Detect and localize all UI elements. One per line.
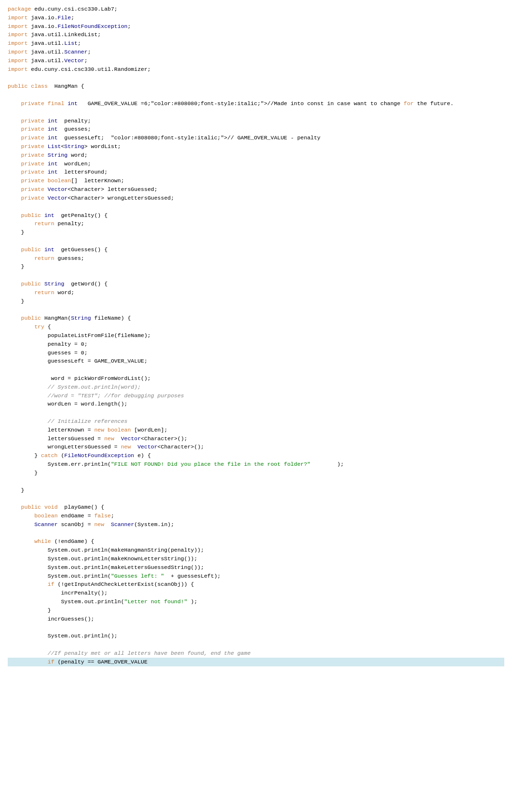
code-line [8,623,504,632]
code-line [8,529,504,538]
code-line: // Initialize references [8,417,504,426]
code-line [8,640,504,649]
code-line: boolean endGame = false; [8,512,504,520]
code-line: System.err.println("FILE NOT FOUND! Did … [8,460,504,469]
code-line: import java.util.Vector; [8,56,504,65]
code-line: wordLen = word.length(); [8,400,504,408]
code-line: import java.util.Scanner; [8,48,504,56]
code-line: word = pickWordFromWordList(); [8,374,504,383]
code-line [8,494,504,503]
code-line: } [8,228,504,237]
code-line: letterKnown = new boolean [wordLen]; [8,426,504,434]
code-line: return guesses; [8,254,504,263]
code-line: public int getGuesses() { [8,245,504,254]
code-editor: package edu.cuny.csi.csc330.Lab7;import … [0,0,512,812]
code-line: System.out.println(); [8,632,504,640]
code-line [8,477,504,486]
code-line [8,237,504,245]
code-line: private int penalty; [8,117,504,125]
code-line: private int guessesLeft; "color:#808080;… [8,134,504,142]
code-line: private List<String> wordList; [8,142,504,151]
code-line: public int getPenalty() { [8,211,504,220]
code-line: private boolean[] letterKnown; [8,176,504,185]
code-line: private Vector<Character> lettersGuessed… [8,185,504,194]
code-line: private int lettersFound; [8,168,504,176]
code-line: System.out.println("Letter not found!" )… [8,597,504,606]
code-line: penalty = 0; [8,340,504,349]
code-line: guesses = 0; [8,349,504,357]
code-line: private final int GAME_OVER_VALUE =6;"co… [8,99,504,108]
code-line: while (!endGame) { [8,537,504,546]
code-line [8,74,504,82]
code-line [8,408,504,417]
code-line: return word; [8,288,504,297]
code-line: } [8,262,504,271]
code-line: package edu.cuny.csi.csc330.Lab7; [8,5,504,14]
code-line: return penalty; [8,219,504,228]
code-line: public HangMan(String fileName) { [8,314,504,323]
code-line [8,305,504,314]
code-line: public class HangMan { [8,82,504,91]
code-line: // System.out.println(word); [8,383,504,392]
code-content[interactable]: package edu.cuny.csi.csc330.Lab7;import … [8,5,504,666]
code-line: System.out.println(makeKnownLettersStrin… [8,555,504,563]
code-line: private Vector<Character> wrongLettersGu… [8,194,504,203]
code-line: wrongLettersGuessed = new Vector<Charact… [8,443,504,451]
code-line [8,365,504,374]
code-line [8,203,504,211]
code-line: private int guesses; [8,125,504,134]
code-line: } [8,486,504,495]
code-line: incrGuesses(); [8,615,504,623]
code-line: import java.util.LinkedList; [8,30,504,39]
code-line: populateListFromFile(fileName); [8,331,504,340]
code-line: if (penalty == GAME_OVER_VALUE [8,658,504,666]
code-line [8,271,504,280]
code-line: Scanner scanObj = new Scanner(System.in)… [8,520,504,529]
code-line: } [8,469,504,477]
code-line: System.out.println(makeLettersGuessedStr… [8,563,504,572]
code-line: private int wordLen; [8,160,504,168]
code-line: import java.io.File; [8,14,504,22]
code-line: incrPenalty(); [8,589,504,597]
code-line: try { [8,323,504,331]
code-line: import java.util.List; [8,39,504,48]
code-line: import edu.cuny.csi.csc330.util.Randomiz… [8,65,504,74]
code-line: import java.io.FileNotFoundException; [8,22,504,31]
code-line: lettersGuessed = new Vector<Character>()… [8,434,504,443]
code-line [8,108,504,117]
code-line: //word = "TEST"; //for debugging purpose… [8,392,504,400]
code-line: } catch (FileNotFoundException e) { [8,451,504,460]
code-line: public String getWord() { [8,280,504,288]
code-line: System.out.println("Guesses left: " + gu… [8,572,504,581]
code-line: public void playGame() { [8,503,504,512]
code-line: System.out.println(makeHangmanString(pen… [8,546,504,555]
code-line [8,91,504,99]
code-line: if (!getInputAndCheckLetterExist(scanObj… [8,580,504,589]
code-line: } [8,297,504,306]
code-line: guessesLeft = GAME_OVER_VALUE; [8,357,504,365]
code-line: } [8,606,504,615]
code-line: //If penalty met or all letters have bee… [8,649,504,658]
code-line: private String word; [8,151,504,160]
